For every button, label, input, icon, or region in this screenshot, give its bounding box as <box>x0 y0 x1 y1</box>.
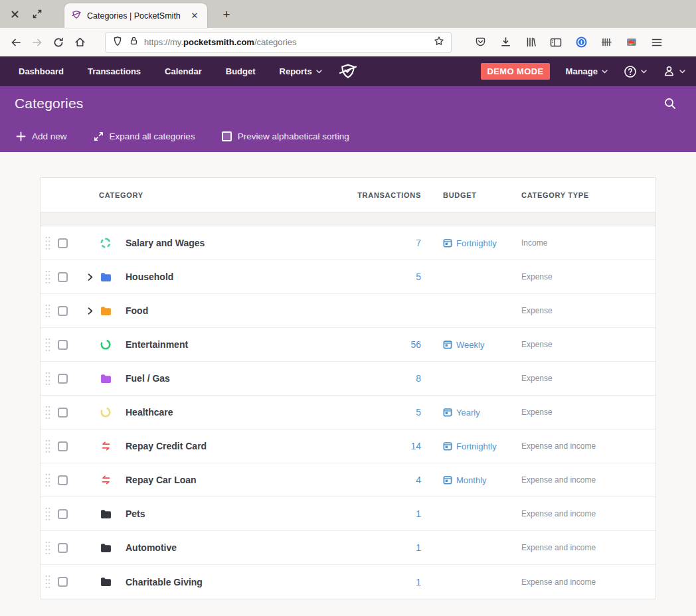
transactions-count-link[interactable]: 8 <box>348 373 421 384</box>
chevron-right-icon[interactable] <box>83 273 96 281</box>
help-menu[interactable] <box>624 56 647 86</box>
back-icon[interactable] <box>5 32 27 53</box>
sidebar-toggle-icon[interactable] <box>545 32 567 53</box>
preview-sorting-checkbox[interactable] <box>222 131 232 141</box>
category-name-link[interactable]: Pets <box>126 508 348 519</box>
drag-handle-icon[interactable] <box>44 439 54 454</box>
category-name-link[interactable]: Automotive <box>126 542 348 553</box>
onepassword-icon[interactable] <box>570 32 592 53</box>
library-icon[interactable] <box>519 32 542 53</box>
window-restore-icon[interactable] <box>32 9 43 19</box>
category-type-label: Expense <box>521 408 655 417</box>
new-tab-button[interactable]: + <box>218 6 235 23</box>
budget-cell[interactable]: Yearly <box>421 408 521 418</box>
category-icon <box>99 306 112 316</box>
page-title: Categories <box>15 96 84 112</box>
bookmark-star-icon[interactable] <box>434 36 444 49</box>
drag-handle-icon[interactable] <box>44 270 54 285</box>
category-name-link[interactable]: Household <box>126 271 348 282</box>
table-row: Repay Car Loan 4 Monthly Expense and inc… <box>41 463 655 497</box>
transactions-count-link[interactable]: 4 <box>348 475 421 485</box>
category-name-link[interactable]: Repay Credit Card <box>126 441 348 451</box>
account-menu[interactable] <box>663 56 685 86</box>
downloads-icon[interactable] <box>494 32 517 53</box>
search-icon[interactable] <box>659 92 681 115</box>
tab-close-icon[interactable]: ✕ <box>189 11 201 21</box>
transactions-count-link[interactable]: 5 <box>348 407 421 418</box>
row-checkbox[interactable] <box>58 408 68 418</box>
drag-handle-icon[interactable] <box>44 337 54 352</box>
row-checkbox[interactable] <box>58 441 68 451</box>
demo-mode-badge: DEMO MODE <box>481 63 549 80</box>
row-checkbox[interactable] <box>58 306 68 316</box>
url-bar[interactable]: https://my.pocketsmith.com/categories <box>105 32 452 53</box>
page-content: CATEGORY TRANSACTIONS BUDGET CATEGORY TY… <box>0 152 696 616</box>
nav-item-dashboard[interactable]: Dashboard <box>11 56 76 86</box>
budget-cell[interactable]: Weekly <box>421 340 521 350</box>
chevron-right-icon[interactable] <box>83 307 96 315</box>
row-checkbox[interactable] <box>58 340 68 350</box>
nav-item-budget[interactable]: Budget <box>214 56 268 86</box>
category-icon <box>99 441 112 451</box>
budget-cell[interactable]: Monthly <box>421 475 521 485</box>
preview-sorting-toggle[interactable]: Preview alphabetical sorting <box>222 131 349 141</box>
drag-handle-icon[interactable] <box>44 236 54 251</box>
nav-item-transactions[interactable]: Transactions <box>76 56 153 86</box>
lock-icon[interactable] <box>129 36 139 48</box>
browser-tab[interactable]: Categories | PocketSmith ✕ <box>64 3 207 28</box>
transactions-count-link[interactable]: 14 <box>348 441 421 451</box>
category-name-link[interactable]: Entertainment <box>126 339 348 350</box>
category-name-link[interactable]: Food <box>126 305 348 316</box>
transactions-count-link[interactable]: 5 <box>348 271 421 282</box>
budget-cell[interactable]: Fortnightly <box>421 238 521 248</box>
add-new-button[interactable]: Add new <box>16 131 67 141</box>
pocket-icon[interactable] <box>469 32 491 53</box>
drag-handle-icon[interactable] <box>44 405 54 420</box>
row-checkbox[interactable] <box>58 543 68 553</box>
column-header-category: CATEGORY <box>41 191 348 199</box>
nav-item-calendar[interactable]: Calendar <box>153 56 214 86</box>
drag-handle-icon[interactable] <box>44 540 54 556</box>
row-checkbox[interactable] <box>58 374 68 384</box>
row-checkbox[interactable] <box>58 577 68 587</box>
url-text[interactable]: https://my.pocketsmith.com/categories <box>144 37 434 47</box>
category-type-label: Expense and income <box>521 475 655 485</box>
transactions-count-link[interactable]: 1 <box>348 542 421 553</box>
menu-hamburger-icon[interactable] <box>646 32 668 53</box>
fence-extension-icon[interactable] <box>595 32 618 53</box>
category-name-link[interactable]: Charitable Giving <box>126 577 348 587</box>
app-navbar: Dashboard Transactions Calendar Budget R… <box>0 56 696 86</box>
category-name-link[interactable]: Fuel / Gas <box>126 373 348 384</box>
drag-handle-icon[interactable] <box>44 303 54 319</box>
category-name-link[interactable]: Salary and Wages <box>126 238 348 248</box>
category-name-link[interactable]: Healthcare <box>126 407 348 418</box>
pocketsmith-logo-icon[interactable] <box>338 62 358 83</box>
forward-icon[interactable] <box>27 32 48 53</box>
transactions-count-link[interactable]: 7 <box>348 238 421 248</box>
window-close-icon[interactable] <box>9 9 20 19</box>
expand-all-button[interactable]: Expand all categories <box>94 131 195 141</box>
transactions-count-link[interactable]: 1 <box>348 508 421 519</box>
category-type-label: Expense and income <box>521 543 655 552</box>
nav-item-reports[interactable]: Reports <box>268 56 334 86</box>
category-icon <box>99 406 112 418</box>
home-icon[interactable] <box>69 32 90 53</box>
transactions-count-link[interactable]: 1 <box>348 577 421 587</box>
row-checkbox[interactable] <box>58 238 68 248</box>
row-checkbox[interactable] <box>58 475 68 485</box>
category-name-link[interactable]: Repay Car Loan <box>126 475 348 485</box>
transactions-count-link[interactable]: 56 <box>348 339 421 350</box>
nav-item-manage[interactable]: Manage <box>566 56 608 86</box>
budget-cell[interactable]: Fortnightly <box>421 441 521 451</box>
tracking-shield-icon[interactable] <box>112 36 123 49</box>
google-extension-icon[interactable] <box>620 32 643 53</box>
reload-icon[interactable] <box>48 32 69 53</box>
drag-handle-icon[interactable] <box>44 506 54 522</box>
drag-handle-icon[interactable] <box>44 574 54 589</box>
category-type-label: Expense and income <box>521 509 655 518</box>
table-row: Fuel / Gas 8 Expense <box>41 362 655 396</box>
row-checkbox[interactable] <box>58 509 68 519</box>
drag-handle-icon[interactable] <box>44 371 54 386</box>
drag-handle-icon[interactable] <box>44 473 54 488</box>
row-checkbox[interactable] <box>58 272 68 282</box>
